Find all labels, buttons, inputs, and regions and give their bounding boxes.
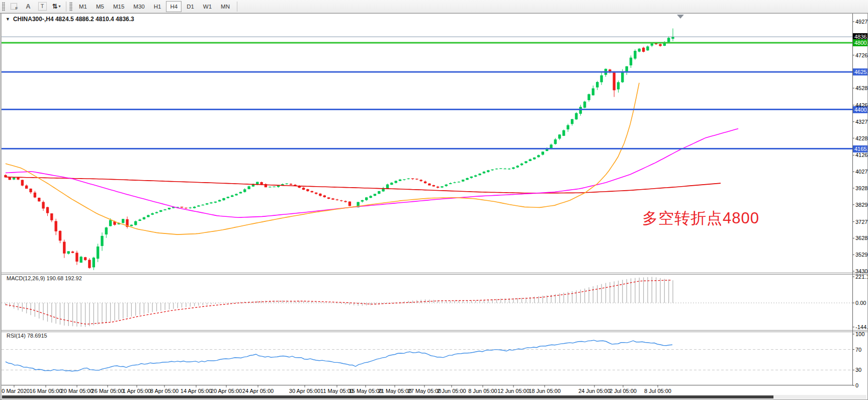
price-axis-tick-label: 3529.0: [855, 252, 868, 258]
price-axis-tick-label: 4027.0: [855, 169, 868, 175]
rsi-axis-tick-label: 0: [855, 382, 858, 388]
toolbar-separator: [66, 2, 66, 12]
price-axis-tick-label: 3829.0: [855, 202, 868, 208]
price-axis-tick-label: 3928.0: [855, 185, 868, 191]
macd-axis-tick-label: 0.00: [855, 300, 866, 306]
indicator-frame-button[interactable]: F: [8, 1, 21, 12]
chart-window: ▼ CHINA300-,H4 4824.5 4886.2 4810.4 4836…: [0, 13, 868, 400]
mt4-terminal: { "toolbar": { "icon_buttons": [ {"name"…: [0, 0, 868, 400]
timeframe-button-m15[interactable]: M15: [109, 1, 128, 12]
toolbar-separator: [237, 2, 237, 12]
chart-title-text: CHINA300-,H4 4824.5 4886.2 4810.4 4836.3: [13, 16, 134, 23]
date-axis-tick-label: 24 Apr 05:00: [242, 388, 274, 394]
symbol-dropdown-icon[interactable]: ▼: [6, 17, 10, 22]
macd-signal-line: [6, 280, 671, 325]
date-axis-tick-label: 14 Apr 05:00: [181, 388, 212, 394]
date-axis-tick-label: 18 Jun 05:00: [529, 388, 561, 394]
cursor-mode-button[interactable]: ⇅▾: [50, 1, 63, 12]
scrollbar-thumb[interactable]: [2, 395, 773, 398]
date-axis-tick-label: 20 Apr 05:00: [211, 388, 242, 394]
date-axis-tick-label: 2 Jul 05:00: [610, 388, 637, 394]
timeframe-button-h4[interactable]: H4: [166, 1, 182, 12]
date-axis-tick-label: 1 Apr 05:00: [123, 388, 151, 394]
text-box-icon: T: [38, 2, 47, 11]
dropdown-caret-icon: ▾: [58, 4, 60, 9]
date-axis-tick-label: 16 Mar 05:00: [30, 388, 62, 394]
text-label-icon: A: [26, 3, 30, 10]
timeframe-button-m5[interactable]: M5: [92, 1, 108, 12]
rsi-axis-tick-label: 30: [855, 367, 861, 373]
toolbar-drag-handle[interactable]: [2, 2, 5, 11]
indicator-frame-letter: F: [16, 6, 18, 11]
chart-shift-marker[interactable]: [677, 15, 684, 19]
macd-axis-tick-label: -144.84: [855, 324, 868, 330]
price-axis-tick-label: 4426.0: [855, 102, 868, 108]
chart-text-annotation: 多空转折点4800: [642, 210, 759, 227]
price-chart-svg: [2, 14, 867, 398]
macd-indicator-label: MACD(12,26,9) 190.68 192.92: [7, 275, 82, 281]
date-axis-tick-label: 8 Apr 05:00: [150, 388, 179, 394]
chart-title: ▼ CHINA300-,H4 4824.5 4886.2 4810.4 4836…: [6, 16, 134, 23]
price-axis-tick-label: 4528.0: [855, 85, 868, 91]
date-axis-tick-label: 24 Jun 05:00: [578, 388, 611, 394]
price-line-badge: 4165.0: [853, 145, 868, 152]
price-axis-tick-label: 4228.0: [855, 135, 868, 141]
timeframe-button-w1[interactable]: W1: [199, 1, 216, 12]
date-axis-tick-label: 21 May 05:00: [378, 388, 412, 394]
date-axis-tick-label: 20 Mar 05:00: [61, 388, 94, 394]
timeframe-button-d1[interactable]: D1: [183, 1, 198, 12]
date-axis-tick-label: 27 May 05:00: [408, 388, 442, 394]
ma-fast-line: [6, 83, 639, 235]
timeframe-button-h1[interactable]: H1: [150, 1, 165, 12]
date-axis-tick-label: 15 May 05:00: [349, 388, 383, 394]
macd-histogram: [6, 277, 673, 327]
rsi-line: [6, 340, 672, 371]
macd-axis-tick-label: 221.13: [855, 274, 868, 280]
rsi-indicator-label: RSI(14) 78.6915: [7, 333, 47, 339]
text-label-button[interactable]: A: [22, 1, 35, 12]
price-axis-tick-label: 3628.0: [855, 235, 868, 241]
cursor-mode-icon: ⇅: [52, 3, 58, 10]
timeframe-button-mn[interactable]: MN: [217, 1, 234, 12]
rsi-axis-tick-label: 100: [855, 331, 864, 337]
price-line-badge: 4800.0: [853, 39, 868, 46]
timeframe-button-m1[interactable]: M1: [75, 1, 91, 12]
date-axis-tick-label: 12 Jun 05:00: [497, 388, 530, 394]
date-axis-tick-label: 8 Jul 05:00: [644, 388, 671, 394]
price-line-badge: 4625.0: [853, 68, 868, 75]
top-toolbar: FAT⇅▾M1M5M15M30H1H4D1W1MN: [0, 0, 868, 13]
date-axis-tick-label: 30 Apr 05:00: [289, 388, 320, 394]
date-axis-tick-label: 2 Jun 05:00: [437, 388, 466, 394]
toolbar-drag-handle[interactable]: [69, 2, 72, 11]
price-axis-tick-label: 4126.0: [855, 152, 868, 158]
date-axis-tick-label: 26 Mar 05:00: [92, 388, 124, 394]
price-axis-tick-label: 4927.0: [855, 19, 868, 25]
price-axis-tick-label: 4726.0: [855, 52, 868, 58]
price-axis-tick-label: 4327.0: [855, 119, 868, 125]
timeframe-button-m30[interactable]: M30: [129, 1, 148, 12]
text-box-button[interactable]: T: [36, 1, 49, 12]
price-axis-tick-label: 3727.0: [855, 219, 868, 225]
date-axis-tick-label: 8 Jun 05:00: [468, 388, 497, 394]
rsi-axis-tick-label: 70: [855, 347, 861, 353]
horizontal-scrollbar[interactable]: [2, 395, 866, 399]
date-axis-tick-label: 10 Mar 2020: [0, 388, 30, 394]
